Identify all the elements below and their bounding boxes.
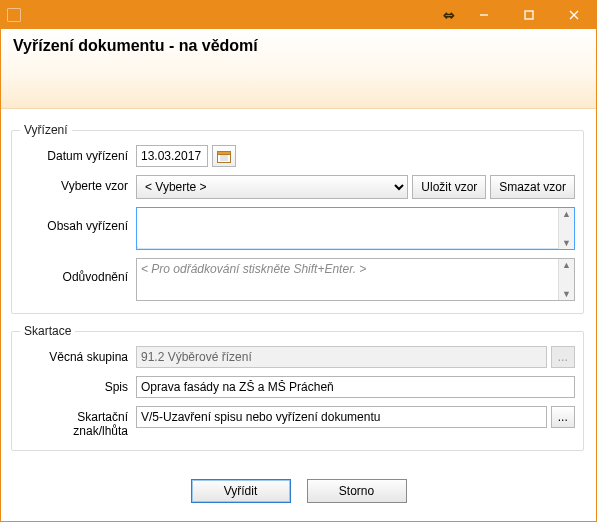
spis-input[interactable] [136, 376, 575, 398]
vyridit-button[interactable]: Vyřídit [191, 479, 291, 503]
obsah-vyrizeni-textarea[interactable] [137, 208, 558, 246]
datum-vyrizeni-input[interactable] [136, 145, 208, 167]
scroll-down-icon: ▼ [562, 288, 571, 300]
minimize-button[interactable] [461, 1, 506, 29]
datepicker-button[interactable] [212, 145, 236, 167]
oduvodneni-wrap: ▲▼ [136, 258, 575, 301]
resize-grip-icon: ⇔ [437, 7, 461, 23]
scrollbar[interactable]: ▲▼ [558, 259, 574, 300]
vecna-skupina-value: 91.2 Výběrové řízení [136, 346, 547, 368]
maximize-button[interactable] [506, 1, 551, 29]
svg-rect-1 [525, 11, 533, 19]
dialog-footer: Vyřídit Storno [1, 479, 596, 503]
group-skartace-legend: Skartace [20, 324, 75, 338]
skartacni-znak-browse-button[interactable]: ... [551, 406, 575, 428]
oduvodneni-label: Odůvodnění [20, 258, 136, 284]
svg-rect-5 [218, 151, 231, 154]
group-vyrizeni-legend: Vyřízení [20, 123, 72, 137]
scroll-up-icon: ▲ [562, 208, 571, 220]
skartacni-znak-label: Skartační znak/lhůta [20, 406, 136, 438]
ulozit-vzor-button[interactable]: Uložit vzor [412, 175, 486, 199]
smazat-vzor-button[interactable]: Smazat vzor [490, 175, 575, 199]
skartacni-znak-input[interactable] [136, 406, 547, 428]
storno-button[interactable]: Storno [307, 479, 407, 503]
calendar-icon [217, 150, 231, 163]
vecna-skupina-browse-button: ... [551, 346, 575, 368]
vyberte-vzor-label: Vyberte vzor [20, 175, 136, 193]
scroll-down-icon: ▼ [562, 237, 571, 249]
oduvodneni-textarea[interactable] [137, 259, 558, 297]
dialog-title: Vyřízení dokumentu - na vědomí [13, 37, 584, 55]
group-skartace: Skartace Věcná skupina 91.2 Výběrové říz… [11, 324, 584, 451]
spis-label: Spis [20, 376, 136, 394]
datum-vyrizeni-label: Datum vyřízení [20, 145, 136, 163]
vyberte-vzor-select[interactable]: < Vyberte > [136, 175, 408, 199]
group-vyrizeni: Vyřízení Datum vyřízení Vyberte vzor [11, 123, 584, 314]
scrollbar[interactable]: ▲▼ [558, 208, 574, 249]
scroll-up-icon: ▲ [562, 259, 571, 271]
titlebar: ⇔ [1, 1, 596, 29]
obsah-vyrizeni-label: Obsah vyřízení [20, 207, 136, 233]
close-button[interactable] [551, 1, 596, 29]
dialog-header: Vyřízení dokumentu - na vědomí [1, 29, 596, 109]
vecna-skupina-label: Věcná skupina [20, 346, 136, 364]
app-icon [7, 8, 21, 22]
obsah-vyrizeni-wrap: ▲▼ [136, 207, 575, 250]
